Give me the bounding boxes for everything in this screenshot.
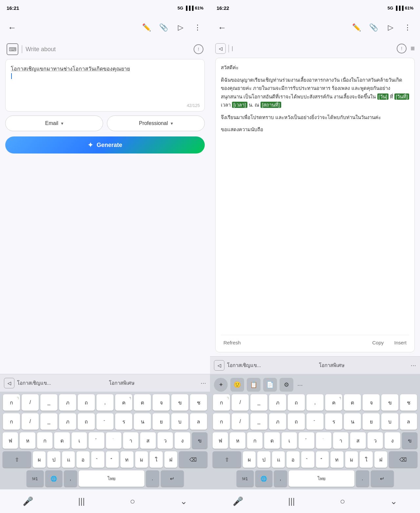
r-kb-key-ป[interactable]: ป bbox=[257, 451, 270, 468]
kb-key-ฃ[interactable]: ฃ bbox=[192, 432, 207, 449]
left-info-icon[interactable]: ! bbox=[194, 44, 203, 54]
right-kb-settings[interactable]: ⚙ bbox=[280, 378, 293, 392]
right-insert-button[interactable]: Insert bbox=[391, 339, 409, 347]
right-copy-button[interactable]: Copy bbox=[369, 339, 386, 347]
kb-key-ผ[interactable]: ผ bbox=[33, 451, 46, 468]
left-email-dropdown[interactable]: Email ▾ bbox=[5, 115, 103, 131]
r-kb-key-ฝ[interactable]: ฝ bbox=[374, 451, 388, 468]
right-attach-icon[interactable]: 📎 bbox=[366, 20, 381, 35]
kb-key-ไ[interactable]: / bbox=[22, 413, 39, 430]
kb-key-globe[interactable]: 🌐 bbox=[45, 470, 62, 487]
kb-key-ค[interactable]: ต bbox=[134, 394, 151, 411]
r-kb-key-ม[interactable]: ม bbox=[345, 451, 358, 468]
right-kb-clipboard[interactable]: 📋 bbox=[247, 378, 261, 392]
kb-key-ก2[interactable]: ก bbox=[37, 432, 52, 449]
right-back-button[interactable]: ← bbox=[215, 20, 229, 35]
kb-key-comma2[interactable]: , bbox=[64, 470, 77, 487]
right-suggestion-more[interactable]: ··· bbox=[410, 361, 416, 369]
r-kb-key-ถ[interactable]: ถ bbox=[288, 394, 305, 411]
r-kb-key-ะ[interactable]: ถ bbox=[288, 413, 305, 430]
right-nav-lines[interactable]: ||| bbox=[288, 496, 295, 506]
right-nav-mic[interactable]: 🎤 bbox=[233, 496, 243, 506]
r-kb-key-ำ[interactable]: _ bbox=[250, 413, 267, 430]
r-kb-key-ส[interactable]: ส bbox=[350, 432, 366, 449]
left-suggestion-back[interactable]: ◁ bbox=[4, 378, 14, 388]
r-kb-key-globe[interactable]: 🌐 bbox=[255, 470, 272, 487]
right-back-bracket-icon[interactable]: ◁ bbox=[215, 43, 226, 54]
r-kb-key-ง[interactable]: ง bbox=[385, 432, 400, 449]
right-refresh-button[interactable]: Refresh bbox=[221, 339, 243, 347]
kb-key-ำ[interactable]: _ bbox=[40, 413, 57, 430]
right-kb-copy2[interactable]: 📄 bbox=[263, 378, 277, 392]
kb-key-ด[interactable]: ด bbox=[54, 432, 70, 449]
r-kb-key-comma2[interactable]: , bbox=[274, 470, 287, 487]
r-kb-key-พ[interactable]: ภ bbox=[269, 413, 286, 430]
kb-key-ว[interactable]: ว bbox=[158, 432, 173, 449]
r-kb-key-บ[interactable]: บ bbox=[381, 413, 398, 430]
r-kb-key-ก2[interactable]: ก bbox=[247, 432, 262, 449]
left-nav-back[interactable]: ⌄ bbox=[180, 496, 187, 506]
left-text-input-box[interactable]: โอกาสเชิญแขกมาทานช่างโอกาสวันเกิดของคุณย… bbox=[5, 59, 205, 112]
kb-key-า[interactable]: า bbox=[123, 432, 138, 449]
kb-key-enter[interactable]: ↵ bbox=[161, 470, 184, 487]
r-kb-key-แ[interactable]: แ bbox=[272, 451, 285, 468]
r-kb-key-space[interactable]: ไทย bbox=[289, 470, 354, 487]
r-kb-key-enter[interactable]: ↵ bbox=[371, 470, 394, 487]
kb-key-ฎ[interactable]: คๆ bbox=[115, 394, 132, 411]
left-suggestion-text1[interactable]: โอกาสเชิญแข... bbox=[17, 379, 106, 387]
kb-key-้[interactable]: ้ bbox=[89, 432, 104, 449]
kb-key-จ[interactable]: ข bbox=[171, 394, 188, 411]
kb-key-ป[interactable]: ป bbox=[47, 451, 60, 468]
left-suggestion-text2[interactable]: โอกาสพิเศษ bbox=[109, 379, 198, 387]
kb-key-ื[interactable]: ื bbox=[106, 451, 119, 468]
r-kb-key-ล[interactable]: ล bbox=[400, 413, 417, 430]
kb-key-ห[interactable]: ห bbox=[20, 432, 35, 449]
r-kb-key-slash[interactable]: / bbox=[232, 394, 249, 411]
right-kb-sparkle[interactable]: ✦ bbox=[214, 378, 228, 392]
kb-key-ั[interactable]: ั bbox=[96, 413, 114, 430]
r-kb-key-ๆ[interactable]: ก bbox=[213, 413, 230, 430]
kb-key-ร[interactable]: ร bbox=[115, 413, 132, 430]
kb-key-บ[interactable]: บ bbox=[171, 413, 188, 430]
kb-key-แ[interactable]: แ bbox=[62, 451, 75, 468]
r-kb-key-ฟ[interactable]: ฟ bbox=[213, 432, 228, 449]
kb-key-ฝ[interactable]: ฝ bbox=[164, 451, 178, 468]
kb-key-underscore[interactable]: _ bbox=[40, 394, 57, 411]
right-kb-more[interactable]: ··· bbox=[297, 381, 303, 389]
kb-key-numpad[interactable]: !#1 bbox=[27, 470, 44, 487]
left-generate-button[interactable]: ✦ Generate bbox=[5, 136, 205, 154]
r-kb-key-เ[interactable]: เ bbox=[282, 432, 297, 449]
left-tone-dropdown[interactable]: Professional ▾ bbox=[107, 115, 205, 131]
r-kb-key-delete[interactable]: ⌫ bbox=[389, 451, 417, 468]
right-nav-home[interactable]: ○ bbox=[340, 496, 345, 506]
kb-key-space[interactable]: ไทย bbox=[79, 470, 144, 487]
right-send-icon[interactable]: ▷ bbox=[383, 20, 398, 35]
kb-key-ข[interactable]: ช bbox=[190, 394, 207, 411]
r-kb-key-ฃ[interactable]: ฃ bbox=[402, 432, 417, 449]
kb-key-comma[interactable]: , bbox=[96, 394, 114, 411]
kb-key-ง[interactable]: ง bbox=[175, 432, 190, 449]
r-kb-key-ด[interactable]: ด bbox=[264, 432, 280, 449]
r-kb-key-ห[interactable]: ห bbox=[230, 432, 245, 449]
r-kb-key-numpad[interactable]: !#1 bbox=[237, 470, 254, 487]
right-info-icon[interactable]: ! bbox=[397, 44, 407, 53]
kb-key-ท[interactable]: ท bbox=[120, 451, 134, 468]
r-kb-key-ข[interactable]: ข bbox=[381, 394, 398, 411]
right-suggestion-text1[interactable]: โอกาสเชิญแข... bbox=[227, 361, 316, 369]
r-kb-key-underscore[interactable]: _ bbox=[250, 394, 267, 411]
kb-key-period[interactable]: . bbox=[146, 470, 159, 487]
kb-key-น[interactable]: น bbox=[134, 413, 151, 430]
r-kb-key-ฎ[interactable]: คๆ bbox=[325, 394, 342, 411]
r-kb-key-น[interactable]: น bbox=[344, 413, 361, 430]
r-kb-key-shift[interactable]: ⇧ bbox=[213, 451, 241, 468]
kb-key-ะ[interactable]: ถ bbox=[78, 413, 95, 430]
r-kb-key-ไ[interactable]: / bbox=[232, 413, 249, 430]
right-more-icon[interactable]: ⋮ bbox=[400, 20, 415, 35]
left-ai-icon[interactable]: ✏️ bbox=[139, 20, 154, 35]
r-kb-key-ก[interactable]: กๅ bbox=[213, 394, 230, 411]
kb-key-delete[interactable]: ⌫ bbox=[179, 451, 207, 468]
left-back-button[interactable]: ← bbox=[5, 20, 19, 35]
left-attach-icon[interactable]: 📎 bbox=[156, 20, 171, 35]
r-kb-key-ื[interactable]: ื bbox=[316, 451, 329, 468]
r-kb-key-ว[interactable]: ว bbox=[368, 432, 383, 449]
